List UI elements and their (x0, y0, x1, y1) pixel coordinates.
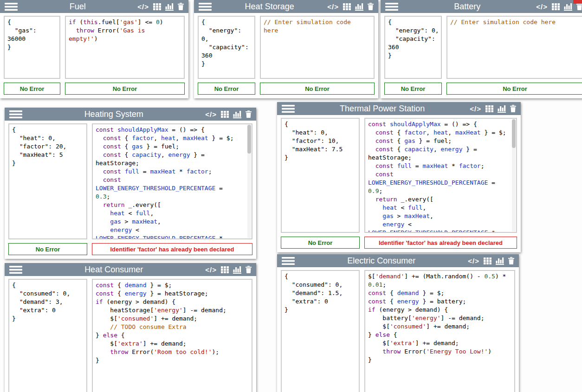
trash-icon[interactable] (246, 266, 252, 273)
card-header: Fuel </> (0, 0, 188, 13)
table-view-icon[interactable] (484, 257, 491, 264)
code-editor[interactable]: const shouldApplyMax = () => { const { f… (364, 118, 517, 233)
card-title: Battery (398, 0, 536, 13)
scrollbar-thumb[interactable] (247, 125, 251, 154)
menu-icon[interactable] (282, 257, 295, 265)
card-header: Heat Consumer </> (5, 263, 256, 276)
table-view-icon[interactable] (485, 105, 493, 112)
card-title: Thermal Power Station (295, 102, 470, 115)
chart-view-icon[interactable] (496, 257, 504, 265)
code-view-icon[interactable]: </> (536, 3, 548, 11)
component-card-battery: Battery </> { "energy": 0, "capacity": 3… (381, 0, 582, 98)
chart-view-icon[interactable] (165, 3, 174, 11)
clipped-red-element (573, 0, 582, 4)
state-status: No Error (8, 243, 87, 255)
code-view-icon[interactable]: </> (205, 110, 217, 118)
card-title: Heat Storage (212, 0, 327, 13)
chart-view-icon[interactable] (355, 3, 363, 11)
state-status: No Error (4, 83, 60, 95)
state-status: No Error (281, 237, 360, 249)
state-status: No Error (384, 83, 442, 95)
card-title: Heat Consumer (22, 263, 205, 276)
trash-icon[interactable] (576, 3, 582, 10)
trash-icon[interactable] (510, 105, 516, 112)
card-title: Electric Consumer (295, 254, 468, 267)
chart-view-icon[interactable] (564, 3, 572, 11)
component-card-fuel: Fuel </> { "gas": 36000 } No Error if (t… (0, 0, 188, 98)
code-editor[interactable]: // Enter simulation code here (446, 16, 582, 79)
code-editor[interactable]: // Enter simulation codehere (260, 16, 375, 79)
menu-icon[interactable] (385, 3, 398, 11)
code-status: Identifier 'factor' has already been dec… (92, 243, 252, 255)
card-header: Thermal Power Station </> (277, 102, 521, 115)
chart-view-icon[interactable] (498, 105, 506, 113)
trash-icon[interactable] (178, 3, 184, 10)
table-view-icon[interactable] (343, 3, 351, 10)
table-view-icon[interactable] (221, 266, 229, 273)
state-editor[interactable]: { "heat": 0, "factor": 20, "maxHeat": 5 … (8, 123, 87, 239)
state-status: No Error (198, 83, 255, 95)
state-editor[interactable]: { "energy": 0, "capacity": 360 } (384, 16, 442, 79)
menu-icon[interactable] (5, 3, 18, 11)
state-editor[interactable]: { "consumed": 0, "demand": 1.5, "extra":… (281, 270, 360, 392)
code-editor[interactable]: const { demand } = $;const { energy } = … (92, 279, 252, 392)
card-header: Electric Consumer </> (277, 254, 519, 267)
code-status: No Error (446, 83, 582, 95)
card-header: Heat Storage </> (194, 0, 378, 13)
component-card-electric-consumer: Electric Consumer </> { "consumed": 0, "… (277, 254, 519, 392)
code-editor[interactable]: const shouldApplyMax = () => { const { f… (92, 123, 252, 239)
trash-icon[interactable] (246, 110, 252, 118)
chart-view-icon[interactable] (233, 266, 241, 274)
menu-icon[interactable] (9, 266, 22, 274)
chart-view-icon[interactable] (233, 110, 241, 118)
menu-icon[interactable] (199, 3, 212, 11)
component-card-heat-storage: Heat Storage </> { "energy": 0, "capacit… (194, 0, 378, 98)
table-view-icon[interactable] (221, 111, 229, 118)
scrollbar-thumb[interactable] (512, 119, 516, 148)
card-title: Heating System (22, 108, 205, 121)
code-status: Identifier 'factor' has already been dec… (364, 237, 517, 249)
code-status: No Error (65, 83, 185, 95)
card-header: Heating System </> (5, 108, 256, 121)
menu-icon[interactable] (282, 105, 295, 113)
component-card-heat-consumer: Heat Consumer </> { "consumed": 0, "dema… (5, 263, 256, 392)
state-editor[interactable]: { "heat": 0, "factor": 10, "maxHeat": 7.… (281, 118, 360, 233)
component-card-thermal-power-station: Thermal Power Station </> { "heat": 0, "… (277, 102, 521, 252)
code-view-icon[interactable]: </> (468, 257, 479, 265)
code-editor[interactable]: if (this.fuel['gas'] <= 0) throw Error('… (65, 16, 185, 79)
card-title: Fuel (18, 0, 137, 13)
code-view-icon[interactable]: </> (205, 266, 217, 274)
code-status: No Error (260, 83, 375, 95)
code-view-icon[interactable]: </> (470, 105, 481, 113)
card-header: Battery </> (381, 0, 582, 13)
table-view-icon[interactable] (153, 3, 161, 10)
menu-icon[interactable] (9, 110, 22, 118)
trash-icon[interactable] (368, 3, 374, 10)
code-editor[interactable]: $['demand'] += (Math.random() - 0.5) *0.… (364, 270, 515, 392)
simulation-canvas: Fuel </> { "gas": 36000 } No Error if (t… (0, 0, 582, 392)
component-card-heating-system: Heating System </> { "heat": 0, "factor"… (5, 108, 256, 259)
state-editor[interactable]: { "energy": 0, "capacity": 360 } (198, 16, 255, 79)
state-editor[interactable]: { "consumed": 0, "demand": 3, "extra": 0… (8, 279, 87, 392)
trash-icon[interactable] (508, 257, 514, 264)
scrollbar[interactable] (247, 125, 251, 238)
code-view-icon[interactable]: </> (327, 3, 339, 11)
scrollbar[interactable] (512, 119, 516, 231)
state-editor[interactable]: { "gas": 36000 } (4, 16, 60, 79)
code-view-icon[interactable]: </> (137, 3, 149, 11)
table-view-icon[interactable] (552, 3, 560, 10)
